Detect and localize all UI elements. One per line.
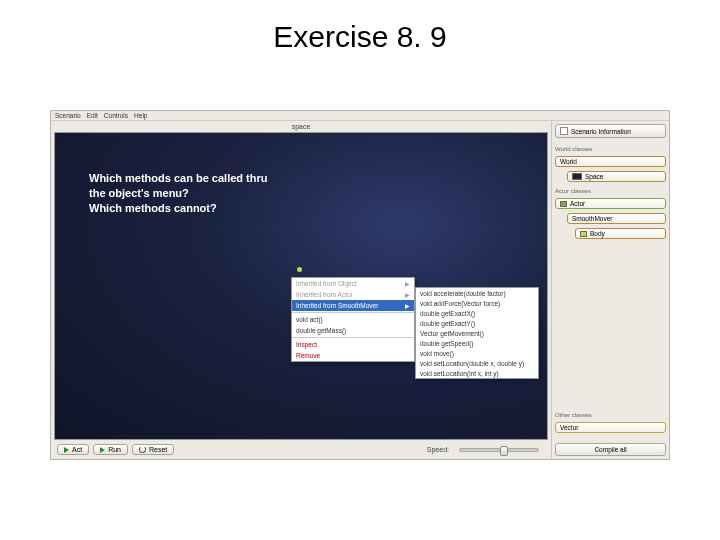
play-icon: [100, 447, 105, 453]
class-label: Space: [585, 173, 603, 180]
class-label: Actor: [570, 200, 585, 207]
ctx-inherited-object[interactable]: Inherited from Object ▶: [292, 278, 414, 289]
class-label: Vector: [560, 424, 578, 431]
sm-getexactx[interactable]: double getExactX(): [416, 308, 538, 318]
app-body: space Which methods can be called thru t…: [51, 121, 669, 459]
ctx-act[interactable]: void act(): [292, 314, 414, 325]
class-vector[interactable]: Vector: [555, 422, 666, 433]
context-menu: Inherited from Object ▶ Inherited from A…: [291, 277, 415, 362]
sm-getmovement[interactable]: Vector getMovement(): [416, 328, 538, 338]
act-label: Act: [72, 446, 82, 453]
document-icon: [560, 127, 568, 135]
question-text: Which methods can be called thru the obj…: [89, 171, 267, 216]
actor-body[interactable]: [297, 267, 302, 272]
class-space[interactable]: Space: [567, 171, 666, 182]
class-label: World: [560, 158, 577, 165]
ctx-label: Inherited from Object: [296, 280, 357, 287]
reset-button[interactable]: Reset: [132, 444, 174, 455]
menu-separator: [292, 312, 414, 313]
chevron-right-icon: ▶: [405, 280, 410, 287]
speed-label: Speed:: [427, 446, 449, 453]
space-icon: [572, 173, 582, 180]
actor-classes-label: Actor classes: [555, 188, 666, 194]
menu-edit[interactable]: Edit: [87, 112, 98, 119]
sm-setlocation-i[interactable]: void setLocation(int x, int y): [416, 368, 538, 378]
scenario-info-label: Scenario Information: [571, 128, 631, 135]
sm-getspeed[interactable]: double getSpeed(): [416, 338, 538, 348]
ctx-label: void act(): [296, 316, 323, 323]
class-world[interactable]: World: [555, 156, 666, 167]
act-button[interactable]: Act: [57, 444, 89, 455]
sm-setlocation-d[interactable]: void setLocation(double x, double y): [416, 358, 538, 368]
reset-icon: [139, 446, 146, 453]
chevron-right-icon: ▶: [405, 302, 410, 309]
question-line3: Which methods cannot?: [89, 201, 267, 216]
chevron-right-icon: ▶: [405, 291, 410, 298]
ctx-label: Inherited from SmoothMover: [296, 302, 378, 309]
menu-separator: [292, 337, 414, 338]
ctx-getmass[interactable]: double getMass(): [292, 325, 414, 336]
class-body[interactable]: Body: [575, 228, 666, 239]
world-canvas[interactable]: Which methods can be called thru the obj…: [54, 132, 548, 440]
greenfoot-window: Scenario Edit Controls Help space Which …: [50, 110, 670, 460]
play-icon: [64, 447, 69, 453]
world-classes-label: World classes: [555, 146, 666, 152]
left-panel: space Which methods can be called thru t…: [51, 121, 551, 459]
run-button[interactable]: Run: [93, 444, 128, 455]
ctx-inspect[interactable]: Inspect: [292, 339, 414, 350]
ctx-inherited-actor[interactable]: Inherited from Actor ▶: [292, 289, 414, 300]
menu-controls[interactable]: Controls: [104, 112, 128, 119]
ctx-remove[interactable]: Remove: [292, 350, 414, 361]
control-bar: Act Run Reset Speed:: [51, 440, 551, 459]
sm-accelerate[interactable]: void accelerate(double factor): [416, 288, 538, 298]
class-panel: Scenario Information World classes World…: [551, 121, 669, 459]
ctx-label: double getMass(): [296, 327, 346, 334]
sm-addforce[interactable]: void addForce(Vector force): [416, 298, 538, 308]
menubar: Scenario Edit Controls Help: [51, 111, 669, 121]
question-line1: Which methods can be called thru: [89, 171, 267, 186]
ctx-label: Inherited from Actor: [296, 291, 353, 298]
other-classes-label: Other classes: [555, 412, 666, 418]
actor-icon: [560, 201, 567, 207]
sm-move[interactable]: void move(): [416, 348, 538, 358]
slide-title: Exercise 8. 9: [0, 0, 720, 70]
question-line2: the object's menu?: [89, 186, 267, 201]
reset-label: Reset: [149, 446, 167, 453]
ctx-label: Remove: [296, 352, 320, 359]
class-smoothmover[interactable]: SmoothMover: [567, 213, 666, 224]
menu-help[interactable]: Help: [134, 112, 147, 119]
ctx-inherited-smoothmover[interactable]: Inherited from SmoothMover ▶: [292, 300, 414, 311]
class-label: Body: [590, 230, 605, 237]
run-label: Run: [108, 446, 121, 453]
menu-scenario[interactable]: Scenario: [55, 112, 81, 119]
class-label: SmoothMover: [572, 215, 612, 222]
submenu-smoothmover: void accelerate(double factor) void addF…: [415, 287, 539, 379]
world-title: space: [51, 121, 551, 132]
slider-thumb[interactable]: [500, 446, 508, 456]
compile-button[interactable]: Compile all: [555, 443, 666, 456]
speed-slider[interactable]: [459, 448, 539, 452]
ctx-label: Inspect: [296, 341, 317, 348]
scenario-info-button[interactable]: Scenario Information: [555, 124, 666, 138]
class-actor[interactable]: Actor: [555, 198, 666, 209]
sm-getexacty[interactable]: double getExactY(): [416, 318, 538, 328]
body-icon: [580, 231, 587, 237]
